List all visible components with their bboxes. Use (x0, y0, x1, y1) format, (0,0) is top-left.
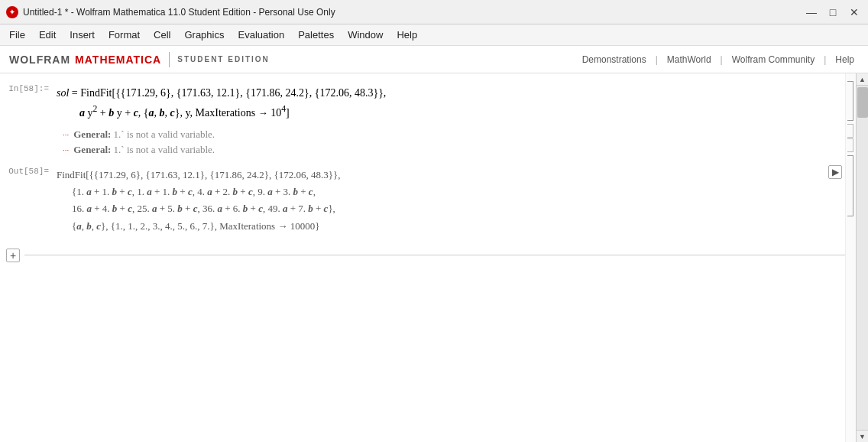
brand-edition: STUDENT EDITION (177, 55, 270, 63)
brand-links: Demonstrations | MathWorld | Wolfram Com… (578, 54, 859, 65)
output-cell: Out[58]= FindFit[{{171.29, 6}, {171.63, … (0, 162, 845, 239)
output-cell-bracket (847, 155, 853, 216)
warning-bracket-1 (847, 124, 853, 138)
minimize-button[interactable]: — (804, 5, 819, 20)
brand-wolfram: WOLFRAM (9, 54, 70, 66)
input-line-2: a y2 + b y + c, {a, b, c}, y, MaxIterati… (57, 102, 842, 122)
menu-format[interactable]: Format (102, 28, 146, 42)
input-cell: In[58]:= sol = FindFit[{{171.29, 6}, {17… (0, 80, 845, 127)
input-label: In[58]:= (0, 83, 53, 93)
notebook-main: In[58]:= sol = FindFit[{{171.29, 6}, {17… (0, 73, 868, 442)
output-line-3: 16. a + 4. b + c, 25. a + 5. b + c, 36. … (57, 200, 825, 217)
menu-bar: File Edit Insert Format Cell Graphics Ev… (0, 24, 868, 46)
warning-row-1: ··· General: 1.` is not a valid variable… (0, 127, 845, 142)
new-cell-area: + (0, 239, 845, 265)
expand-output-button[interactable]: ▶ (828, 165, 842, 179)
input-cell-body[interactable]: sol = FindFit[{{171.29, 6}, {171.63, 12.… (53, 83, 845, 124)
vertical-scrollbar[interactable]: ▲ ▼ (856, 73, 868, 442)
scroll-track[interactable] (857, 86, 868, 430)
scroll-down-button[interactable]: ▼ (857, 430, 869, 442)
input-line-1: sol = FindFit[{{171.29, 6}, {171.63, 12.… (57, 84, 842, 102)
link-help[interactable]: Help (831, 54, 859, 65)
output-line-1: FindFit[{{171.29, 6}, {171.63, 12.1}, {1… (57, 167, 825, 184)
menu-evaluation[interactable]: Evaluation (232, 28, 290, 42)
menu-edit[interactable]: Edit (33, 28, 62, 42)
brand-divider (169, 52, 170, 67)
menu-window[interactable]: Window (342, 28, 389, 42)
window-controls: — □ ✕ (804, 5, 862, 20)
notebook-container: In[58]:= sol = FindFit[{{171.29, 6}, {17… (0, 73, 868, 442)
menu-graphics[interactable]: Graphics (178, 28, 230, 42)
warning-text-2: General: 1.` is not a valid variable. (73, 144, 215, 156)
output-cell-body: FindFit[{{171.29, 6}, {171.63, 12.1}, {1… (53, 165, 828, 236)
maximize-button[interactable]: □ (825, 5, 840, 20)
app-icon: ✦ (6, 6, 18, 18)
window-title: Untitled-1 * - Wolfram Mathematica 11.0 … (23, 7, 335, 18)
output-line-4: {a, b, c}, {1., 1., 2., 3., 4., 5., 6., … (57, 218, 825, 235)
output-label: Out[58]= (0, 165, 53, 176)
brand-bar: WOLFRAM MATHEMATICA STUDENT EDITION Demo… (0, 46, 868, 73)
menu-cell[interactable]: Cell (147, 28, 177, 42)
menu-help[interactable]: Help (390, 28, 423, 42)
input-cell-bracket (847, 81, 853, 121)
warning-body-1: ··· General: 1.` is not a valid variable… (53, 128, 845, 141)
output-line-2: {1. a + 1. b + c, 1. a + 1. b + c, 4. a … (57, 184, 825, 200)
add-cell-button[interactable]: + (6, 249, 20, 262)
warning-bracket-2 (847, 138, 853, 152)
warning-icon-1: ··· (63, 130, 69, 139)
close-button[interactable]: ✕ (847, 5, 862, 20)
link-mathworld[interactable]: MathWorld (662, 54, 716, 65)
cell-brackets-panel (845, 73, 856, 442)
menu-file[interactable]: File (3, 28, 31, 42)
warning-icon-2: ··· (63, 145, 69, 154)
link-wolfram-community[interactable]: Wolfram Community (727, 54, 819, 65)
title-bar: ✦ Untitled-1 * - Wolfram Mathematica 11.… (0, 0, 868, 24)
notebook-content[interactable]: In[58]:= sol = FindFit[{{171.29, 6}, {17… (0, 73, 845, 442)
warning-text-1: General: 1.` is not a valid variable. (73, 128, 215, 141)
link-demonstrations[interactable]: Demonstrations (578, 54, 651, 65)
warning-body-2: ··· General: 1.` is not a valid variable… (53, 144, 845, 156)
menu-insert[interactable]: Insert (63, 28, 101, 42)
cell-divider (24, 255, 845, 255)
scroll-up-button[interactable]: ▲ (857, 73, 869, 86)
scroll-thumb[interactable] (857, 87, 868, 118)
warning-row-2: ··· General: 1.` is not a valid variable… (0, 142, 845, 158)
brand-mathematica: MATHEMATICA (75, 54, 161, 66)
menu-palettes[interactable]: Palettes (292, 28, 340, 42)
